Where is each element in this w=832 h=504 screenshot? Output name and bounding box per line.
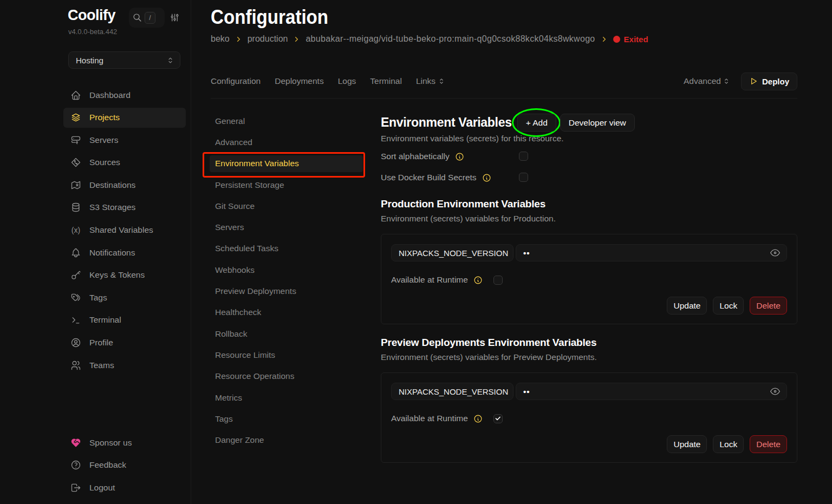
- subnav-item-scheduled-tasks[interactable]: Scheduled Tasks: [210, 240, 363, 257]
- sidebar-item-terminal[interactable]: Terminal: [63, 310, 186, 330]
- user-circle-icon: [70, 337, 81, 348]
- subnav-item-general[interactable]: General: [210, 113, 363, 129]
- status-dot: [613, 36, 620, 43]
- sidebar-item-feedback[interactable]: Feedback: [63, 455, 186, 475]
- subnav-item-resource-limits[interactable]: Resource Limits: [210, 346, 363, 363]
- sidebar-nav: Dashboard Projects Servers Sources Desti…: [63, 85, 186, 378]
- env-subtitle: Environment variables (secrets) for this…: [381, 133, 797, 144]
- var-card-actions: Update Lock Delete: [391, 297, 787, 315]
- sidebar-item-teams[interactable]: Teams: [63, 355, 186, 375]
- breadcrumb-project[interactable]: beko: [211, 34, 230, 44]
- page-title: Configuration: [211, 6, 328, 29]
- tab-configuration[interactable]: Configuration: [211, 76, 261, 86]
- update-button[interactable]: Update: [667, 297, 707, 315]
- tabbar-divider: [211, 98, 797, 99]
- tabbar: Configuration Deployments Logs Terminal …: [211, 72, 797, 90]
- runtime-label: Available at Runtime: [391, 414, 468, 423]
- sort-alphabetically-label: Sort alphabetically: [381, 152, 450, 161]
- chevron-right-icon: [292, 35, 301, 43]
- var-value-input[interactable]: ••: [516, 244, 787, 261]
- tab-links[interactable]: Links: [416, 76, 445, 86]
- lock-button[interactable]: Lock: [713, 297, 744, 315]
- subnav-item-rollback[interactable]: Rollback: [210, 325, 363, 342]
- subnav-item-metrics[interactable]: Metrics: [210, 389, 363, 406]
- chevron-right-icon: [600, 35, 608, 43]
- var-name-input[interactable]: NIXPACKS_NODE_VERSION: [391, 244, 514, 261]
- tab-logs[interactable]: Logs: [338, 76, 356, 86]
- sidebar-item-label: Profile: [89, 338, 113, 348]
- deploy-label: Deploy: [762, 77, 789, 86]
- subnav-item-servers[interactable]: Servers: [210, 219, 363, 235]
- sidebar-item-notifications[interactable]: Notifications: [63, 243, 186, 263]
- docker-build-secrets-row: Use Docker Build Secrets: [381, 173, 797, 182]
- advanced-select[interactable]: Advanced: [684, 76, 730, 86]
- update-button[interactable]: Update: [667, 435, 707, 453]
- sidebar-item-dashboard[interactable]: Dashboard: [63, 85, 186, 105]
- sidebar: Coolify / v4.0.0-beta.442 Hosting Dashbo…: [0, 0, 191, 504]
- tab-links-label: Links: [416, 76, 435, 86]
- heart-handshake-icon: [70, 437, 81, 448]
- team-select[interactable]: Hosting: [68, 51, 180, 69]
- sidebar-item-keys-tokens[interactable]: Keys & Tokens: [63, 265, 186, 285]
- var-row: NIXPACKS_NODE_VERSION ••: [391, 244, 787, 261]
- env-heading-row: Environment Variables + Add Developer vi…: [381, 114, 797, 132]
- sidebar-item-label: Destinations: [89, 180, 135, 190]
- sidebar-item-servers[interactable]: Servers: [63, 130, 186, 150]
- var-name-input[interactable]: NIXPACKS_NODE_VERSION: [391, 383, 514, 400]
- subnav-item-resource-operations[interactable]: Resource Operations: [210, 368, 363, 385]
- help-circle-icon: [70, 460, 81, 470]
- delete-button[interactable]: Delete: [750, 435, 787, 453]
- sidebar-item-label: Shared Variables: [89, 225, 153, 235]
- subnav-item-preview-deployments[interactable]: Preview Deployments: [210, 283, 363, 299]
- sidebar-item-destinations[interactable]: Destinations: [63, 175, 186, 195]
- advanced-label: Advanced: [684, 76, 721, 86]
- sidebar-item-projects[interactable]: Projects: [63, 108, 186, 128]
- tab-deployments[interactable]: Deployments: [275, 76, 323, 86]
- subnav-item-webhooks[interactable]: Webhooks: [210, 261, 363, 278]
- settings-sliders-icon[interactable]: [170, 12, 180, 23]
- play-icon: [749, 77, 758, 86]
- env-title: Environment Variables: [381, 115, 512, 130]
- sidebar-item-sponsor[interactable]: Sponsor us: [63, 433, 186, 453]
- terminal-icon: [70, 315, 81, 325]
- sidebar-item-logout[interactable]: Logout: [63, 477, 186, 498]
- runtime-checkbox-checked[interactable]: [493, 414, 503, 423]
- var-row: NIXPACKS_NODE_VERSION ••: [391, 383, 787, 400]
- subnav-item-persistent-storage[interactable]: Persistent Storage: [210, 176, 363, 193]
- var-value-masked: ••: [523, 387, 530, 396]
- eye-icon[interactable]: [770, 386, 781, 397]
- lock-button[interactable]: Lock: [713, 435, 744, 453]
- subnav-item-healthcheck[interactable]: Healthcheck: [210, 304, 363, 321]
- sidebar-item-shared-variables[interactable]: (x)Shared Variables: [63, 220, 186, 240]
- tab-terminal[interactable]: Terminal: [370, 76, 402, 86]
- preview-var-card: NIXPACKS_NODE_VERSION •• Available at Ru…: [381, 372, 797, 463]
- key-icon: [70, 270, 81, 280]
- docker-build-secrets-checkbox[interactable]: [519, 173, 528, 182]
- search-box[interactable]: /: [129, 8, 165, 28]
- config-subnav: General Advanced Environment Variables P…: [210, 113, 363, 453]
- sidebar-item-label: Sources: [89, 158, 120, 167]
- sort-alphabetically-checkbox[interactable]: [519, 152, 528, 161]
- subnav-item-git-source[interactable]: Git Source: [210, 198, 363, 214]
- app-logo: Coolify: [68, 7, 115, 24]
- subnav-item-advanced[interactable]: Advanced: [210, 134, 363, 150]
- var-value-input[interactable]: ••: [516, 383, 787, 400]
- subnav-item-tags[interactable]: Tags: [210, 410, 363, 427]
- add-button[interactable]: + Add: [517, 114, 556, 132]
- subnav-item-environment-variables[interactable]: Environment Variables: [210, 155, 363, 172]
- sidebar-item-profile[interactable]: Profile: [63, 333, 186, 353]
- breadcrumb-environment[interactable]: production: [248, 34, 288, 44]
- runtime-checkbox[interactable]: [493, 276, 503, 285]
- eye-icon[interactable]: [770, 247, 781, 258]
- info-icon: [473, 276, 483, 285]
- sidebar-item-tags[interactable]: Tags: [63, 287, 186, 307]
- chevron-right-icon: [235, 35, 243, 43]
- info-icon: [473, 414, 483, 423]
- delete-button[interactable]: Delete: [750, 297, 787, 315]
- sidebar-item-s3-storages[interactable]: S3 Storages: [63, 198, 186, 218]
- deploy-button[interactable]: Deploy: [741, 73, 797, 90]
- subnav-item-danger-zone[interactable]: Danger Zone: [210, 431, 363, 448]
- developer-view-button[interactable]: Developer view: [560, 114, 635, 132]
- sidebar-item-sources[interactable]: Sources: [63, 153, 186, 173]
- breadcrumb-resource[interactable]: abubakar--meigag/vid-tube-beko-pro:main-…: [306, 34, 595, 44]
